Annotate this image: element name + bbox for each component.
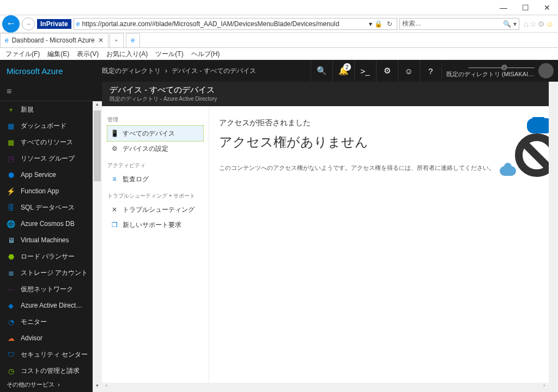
menu-help[interactable]: ヘルプ(H)	[188, 48, 223, 60]
favorites-icon[interactable]: ☆	[530, 20, 537, 28]
tab-active[interactable]: e Dashboard - Microsoft Azure ✕	[0, 33, 108, 47]
more-services-button[interactable]: その他のサービス ›	[0, 377, 91, 392]
scroll-down-icon[interactable]: ▾	[93, 383, 102, 392]
sidebar-item[interactable]: ≣ストレージ アカウント	[0, 265, 102, 281]
sidebar-item-label: SQL データベース	[21, 203, 75, 212]
sidebar-item[interactable]: ◳リソース グループ	[0, 150, 102, 167]
menu-item-label: トラブルシューティング	[123, 205, 195, 215]
azure-brand[interactable]: Microsoft Azure	[0, 66, 102, 76]
edge-button[interactable]: e	[126, 33, 140, 47]
help-icon[interactable]: ?	[420, 60, 441, 82]
service-icon: ⚡	[7, 187, 15, 195]
address-bar[interactable]: e https://portal.azure.com/#blade/Micros…	[74, 18, 398, 30]
cloud-icon	[527, 118, 549, 133]
sidebar-item[interactable]: ☁Advisor	[0, 330, 102, 346]
sidebar-item[interactable]: ⋯仮想ネットワーク	[0, 281, 102, 297]
sidebar-item[interactable]: ◆Azure Active Direct…	[0, 297, 102, 314]
home-icon[interactable]: ⌂	[524, 20, 528, 28]
url-text: https://portal.azure.com/#blade/Microsof…	[82, 20, 369, 28]
search-dropdown-icon[interactable]: ▾	[513, 20, 517, 28]
sidebar-item-label: ストレージ アカウント	[21, 268, 88, 278]
sidebar-item[interactable]: ⬣ロード バランサー	[0, 248, 102, 265]
inprivate-badge: InPrivate	[37, 19, 71, 29]
tools-icon[interactable]: ⚙	[538, 20, 545, 28]
menu-section-activity: アクティビティ	[107, 162, 203, 169]
breadcrumb-root[interactable]: 既定のディレクトリ	[102, 66, 161, 76]
window-close-button[interactable]: ✕	[536, 0, 558, 15]
hamburger-button[interactable]: ≡	[0, 82, 102, 101]
scroll-thumb[interactable]	[94, 111, 101, 181]
sidebar-item-label: Azure Active Direct…	[21, 302, 82, 309]
forward-button[interactable]: →	[22, 17, 35, 30]
menu-section-manage: 管理	[107, 116, 203, 124]
browser-tab-bar: e Dashboard - Microsoft Azure ✕ ▫ e	[0, 33, 558, 48]
site-icon: e	[76, 20, 80, 28]
service-icon: 🖥	[7, 236, 15, 244]
smiley-icon[interactable]: ☺	[546, 20, 554, 28]
horizontal-scrollbar[interactable]: ‹ ›	[102, 383, 549, 392]
account-menu[interactable]: ――――――@――――― 既定のディレクトリ (MISAKAI…	[441, 63, 558, 78]
menu-item-audit-logs[interactable]: ≡ 監査ログ	[107, 171, 203, 187]
menu-blade: 管理 📱 すべてのデバイス ⚙ デバイスの設定 アクティビティ ≡ 監査ログ	[102, 106, 209, 383]
sidebar-item-label: セキュリティ センター	[21, 350, 88, 359]
menu-edit[interactable]: 編集(E)	[44, 48, 72, 60]
service-icon: ▦	[7, 122, 15, 130]
search-icon[interactable]: 🔍	[311, 60, 332, 82]
access-denied-graphic	[478, 117, 549, 182]
tab-close-button[interactable]: ✕	[98, 36, 104, 44]
menu-tools[interactable]: ツール(T)	[152, 48, 186, 60]
azure-portal: Microsoft Azure 既定のディレクトリ › デバイス - すべてのデ…	[0, 60, 558, 392]
menu-item-new-support-request[interactable]: ❐ 新しいサポート要求	[107, 217, 203, 232]
cloud-icon	[500, 166, 516, 176]
search-button[interactable]: 🔍	[501, 20, 513, 28]
menu-item-device-settings[interactable]: ⚙ デバイスの設定	[107, 141, 203, 156]
browser-menu-bar: ファイル(F) 編集(E) 表示(V) お気に入り(A) ツール(T) ヘルプ(…	[0, 48, 558, 60]
service-icon: ⬣	[7, 253, 15, 261]
service-icon: 🗄	[7, 204, 15, 212]
sidebar-item-new[interactable]: + 新規	[0, 101, 102, 118]
sidebar-item[interactable]: ⬢App Service	[0, 167, 102, 183]
service-icon: ≣	[7, 269, 15, 277]
cloudshell-icon[interactable]: >_	[354, 60, 376, 82]
sidebar-item[interactable]: ⚡Function App	[0, 183, 102, 199]
sidebar-item[interactable]: 🌐Azure Cosmos DB	[0, 216, 102, 232]
menu-item-label: すべてのデバイス	[123, 129, 175, 138]
settings-icon[interactable]: ⚙	[376, 60, 398, 82]
menu-item-all-devices[interactable]: 📱 すべてのデバイス	[107, 126, 203, 141]
sidebar-item[interactable]: 🗄SQL データベース	[0, 199, 102, 216]
sidebar-item[interactable]: 🛡セキュリティ センター	[0, 346, 102, 363]
notifications-icon[interactable]: 🔔2	[332, 60, 354, 82]
azure-top-bar: Microsoft Azure 既定のディレクトリ › デバイス - すべてのデ…	[0, 60, 558, 82]
service-icon: ⬢	[7, 171, 15, 179]
sidebar-item[interactable]: 🖥Virtual Machines	[0, 232, 102, 248]
sidebar-item[interactable]: ▦ダッシュボード	[0, 118, 102, 134]
search-box[interactable]: 検索... 🔍 ▾	[399, 18, 519, 30]
lock-icon[interactable]: 🔒	[372, 20, 385, 28]
breadcrumb-leaf[interactable]: デバイス - すべてのデバイス	[172, 66, 256, 76]
browser-nav-bar: ← → InPrivate e https://portal.azure.com…	[0, 15, 558, 33]
window-minimize-button[interactable]: —	[493, 0, 514, 15]
sidebar-item-label: Advisor	[21, 334, 43, 342]
page-scrollbar[interactable]	[549, 82, 558, 392]
tab-title: Dashboard - Microsoft Azure	[12, 36, 95, 44]
window-maximize-button[interactable]: ☐	[514, 0, 536, 15]
sidebar-scrollbar[interactable]: ▴ ▾	[93, 101, 102, 392]
refresh-button[interactable]: ↻	[385, 20, 395, 28]
sidebar-item[interactable]: ◔モニター	[0, 314, 102, 330]
scroll-up-icon[interactable]: ▴	[93, 101, 102, 111]
sidebar-item-label: モニター	[21, 317, 47, 327]
back-button[interactable]: ←	[2, 15, 20, 33]
menu-favorites[interactable]: お気に入り(A)	[103, 48, 151, 60]
sidebar-item[interactable]: ▦すべてのリソース	[0, 134, 102, 150]
scroll-right-icon[interactable]: ›	[539, 383, 549, 392]
menu-file[interactable]: ファイル(F)	[2, 48, 43, 60]
scroll-left-icon[interactable]: ‹	[102, 383, 111, 392]
menu-view[interactable]: 表示(V)	[74, 48, 102, 60]
new-tab-button[interactable]: ▫	[110, 33, 124, 47]
service-icon: ◆	[7, 302, 15, 310]
sidebar-item-label: Virtual Machines	[21, 236, 69, 244]
menu-item-troubleshooting[interactable]: ✕ トラブルシューティング	[107, 202, 203, 217]
troubleshoot-icon: ✕	[111, 206, 118, 213]
service-icon: ◔	[7, 318, 15, 326]
feedback-icon[interactable]: ☺	[398, 60, 420, 82]
